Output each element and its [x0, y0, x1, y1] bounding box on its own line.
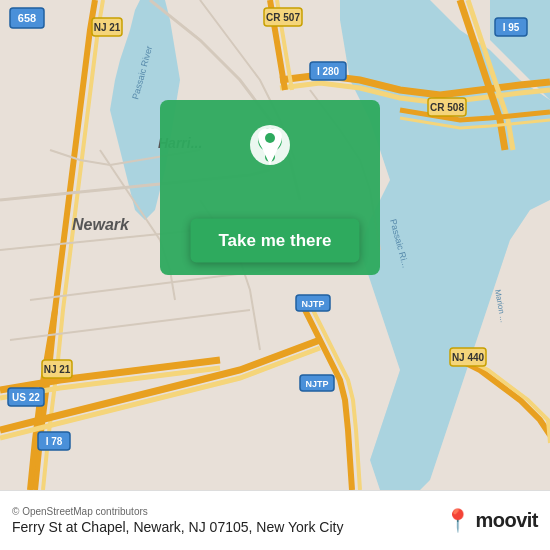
moovit-brand-text: moovit — [475, 509, 538, 532]
svg-text:NJ 440: NJ 440 — [452, 352, 485, 363]
svg-point-34 — [265, 133, 275, 143]
svg-text:NJTP: NJTP — [301, 299, 324, 309]
footer: © OpenStreetMap contributors Ferry St at… — [0, 490, 550, 550]
svg-text:I 95: I 95 — [503, 22, 520, 33]
svg-text:NJ 21: NJ 21 — [44, 364, 71, 375]
svg-text:Newark: Newark — [72, 216, 130, 233]
address-text: Ferry St at Chapel, Newark, NJ 07105, Ne… — [12, 519, 343, 535]
svg-text:CR 508: CR 508 — [430, 102, 464, 113]
take-me-there-button[interactable]: Take me there — [190, 219, 359, 263]
footer-left: © OpenStreetMap contributors Ferry St at… — [12, 506, 343, 535]
svg-text:NJ 21: NJ 21 — [94, 22, 121, 33]
svg-text:CR 507: CR 507 — [266, 12, 300, 23]
svg-text:US 22: US 22 — [12, 392, 40, 403]
button-overlay: Take me there — [190, 219, 359, 263]
svg-text:I 280: I 280 — [317, 66, 340, 77]
moovit-pin-icon: 📍 — [444, 508, 471, 534]
svg-text:658: 658 — [18, 12, 36, 24]
svg-text:I 78: I 78 — [46, 436, 63, 447]
map-container: 658 NJ 21 CR 507 I 280 I 95 CR 508 NJTP … — [0, 0, 550, 490]
osm-credit: © OpenStreetMap contributors — [12, 506, 343, 517]
svg-text:NJTP: NJTP — [305, 379, 328, 389]
moovit-logo: 📍 moovit — [444, 508, 538, 534]
